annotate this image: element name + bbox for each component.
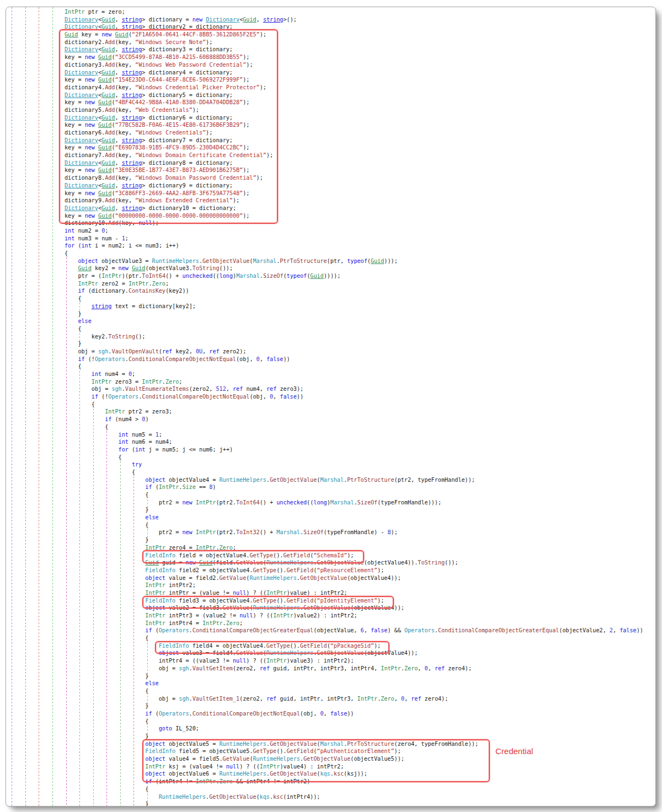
type-link[interactable]: string [263, 17, 284, 23]
type-link[interactable]: Guid [98, 167, 111, 173]
type-link[interactable]: Guid [98, 213, 111, 219]
code-line: object value2 = field3.GetValue(RuntimeH… [6, 604, 655, 612]
code-token [65, 756, 145, 762]
code-token [65, 696, 159, 702]
identifier: intPtr3 [169, 612, 193, 619]
code-line: { [6, 521, 655, 529]
type-link[interactable]: Dictionary [65, 17, 98, 23]
string-literal: “4BF4C442-9B8A-41A0-B380-DD4A704DDB28” [115, 99, 243, 105]
type-link[interactable]: Guid [65, 31, 78, 37]
type-link[interactable]: Guid [102, 160, 115, 166]
code-line: key = new Guid(“3C886FF3-2669-4AA2-A8FB-… [6, 190, 655, 197]
keyword: else [145, 514, 158, 520]
type-link[interactable]: Dictionary [65, 205, 98, 211]
type-link[interactable]: Dictionary [65, 182, 98, 189]
type-link[interactable]: Guid [98, 77, 111, 83]
struct-type: IntPtr [266, 590, 287, 596]
type-link[interactable]: Guid [310, 273, 323, 279]
type-link[interactable]: string [122, 160, 142, 166]
type-link[interactable]: string [122, 92, 142, 98]
identifier: key [65, 144, 74, 150]
type-link[interactable]: Dictionary [65, 69, 98, 76]
type-link[interactable]: Guid [102, 46, 115, 52]
code-line: key = new Guid(“3E0E35BE-1B77-43E7-B873-… [6, 166, 655, 174]
code-token [65, 326, 78, 332]
code-token: ; [196, 107, 199, 113]
type-link[interactable]: Guid [102, 115, 115, 121]
type-link[interactable]: string [122, 69, 142, 76]
type-link[interactable]: Guid [102, 24, 115, 30]
type-link[interactable]: Dictionary [65, 160, 98, 166]
identifier: key [82, 31, 92, 37]
code-token: ; [159, 432, 162, 438]
code-token: ; [243, 348, 246, 354]
code-token [65, 469, 132, 475]
type-link[interactable]: Guid [98, 190, 111, 196]
identifier: objectValue4 [350, 575, 391, 581]
class-type: sgh [111, 386, 121, 392]
code-line: IntPtr zero4 = IntPtr.Zero; [6, 544, 655, 552]
type-link[interactable]: Guid [199, 560, 212, 566]
type-link[interactable]: Dictionary [65, 46, 98, 52]
type-link[interactable]: Guid [102, 92, 115, 98]
class-type: RuntimeHelpers [253, 756, 300, 762]
code-token [65, 318, 78, 324]
type-link[interactable]: Guid [98, 54, 111, 60]
type-link[interactable]: Guid [98, 122, 111, 128]
code-line: } [6, 673, 655, 680]
type-link[interactable]: string [122, 182, 142, 189]
code-line: { [6, 295, 655, 303]
method-name: SizeOf [263, 273, 284, 279]
type-link[interactable]: Guid [98, 144, 111, 150]
type-link[interactable]: Guid [102, 17, 115, 23]
identifier: intPtr [169, 590, 189, 596]
identifier: field2 [179, 567, 199, 573]
struct-type: IntPtr [260, 763, 280, 770]
keyword: if [78, 356, 84, 362]
identifier: zero [108, 9, 121, 15]
string-literal: “Windows Domain Certificate Credential” [135, 152, 266, 158]
identifier: intPtr [293, 665, 314, 671]
type-link[interactable]: Dictionary [65, 137, 98, 143]
code-line: } [6, 506, 655, 514]
method-name: Add [105, 197, 115, 203]
identifier: key2 [175, 303, 189, 309]
type-link[interactable]: Guid [98, 99, 111, 105]
type-link[interactable]: Guid [102, 69, 115, 76]
type-link[interactable]: string [122, 115, 142, 121]
class-type: Operators [108, 394, 138, 400]
code-token [65, 477, 145, 483]
method-name: ToString [108, 334, 135, 340]
type-link[interactable]: Guid [145, 560, 158, 566]
class-type: sgh [179, 696, 189, 702]
type-link[interactable]: Dictionary [206, 17, 239, 23]
type-link[interactable]: string [122, 17, 142, 23]
type-link[interactable]: string [122, 137, 142, 143]
type-link[interactable]: string [122, 205, 142, 211]
type-link[interactable]: Dictionary [65, 92, 98, 98]
code-editor[interactable]: IntPtr ptr = zero;Dictionary<Guid, strin… [6, 7, 655, 806]
type-link[interactable]: string [92, 303, 112, 309]
type-link[interactable]: Guid [78, 265, 91, 271]
identifier: ptr2 [159, 529, 172, 535]
method-name: VaultGetItem [193, 665, 233, 671]
type-link[interactable]: Dictionary [65, 115, 98, 121]
identifier: value2 [297, 612, 317, 619]
type-link[interactable]: string [122, 46, 142, 52]
type-link[interactable]: Guid [115, 31, 129, 37]
type-link[interactable]: Dictionary [65, 24, 98, 30]
type-link[interactable]: Guid [102, 205, 115, 211]
type-link[interactable]: Guid [102, 137, 115, 143]
code-token [65, 763, 145, 770]
type-link[interactable]: Guid [243, 17, 256, 23]
keyword: if [92, 394, 98, 400]
type-link[interactable]: Guid [132, 265, 145, 271]
code-token: ; [246, 77, 249, 83]
identifier: intPtr4 [159, 778, 183, 784]
keyword: if [145, 711, 152, 717]
type-link[interactable]: Guid [102, 182, 115, 189]
code-line: IntPtr zero3 = IntPtr.Zero; [6, 378, 655, 386]
method-name: ConditionalCompareObjectGreaterEqual [438, 627, 559, 633]
type-link[interactable]: string [122, 24, 142, 30]
type-link[interactable]: Guid [371, 258, 384, 264]
